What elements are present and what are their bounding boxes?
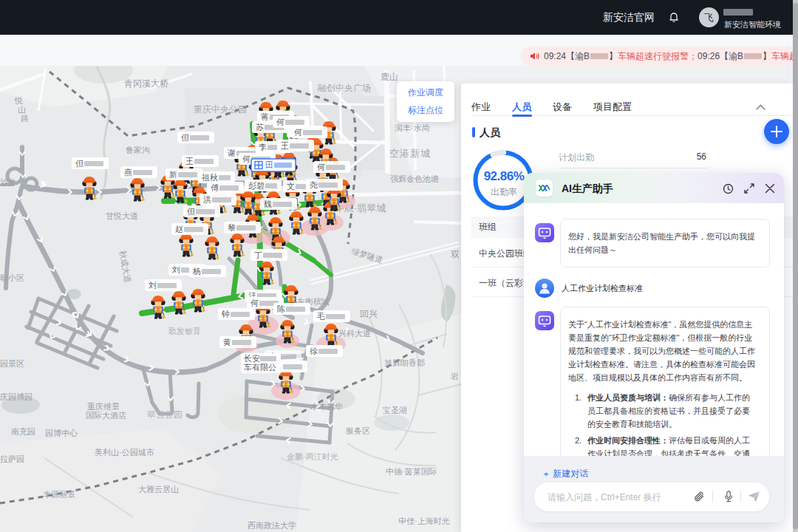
svg-text:丁: 丁	[254, 250, 262, 259]
svg-text:庆园博园: 庆园博园	[0, 392, 33, 401]
svg-text:青冈溪大桥: 青冈溪大桥	[124, 78, 168, 89]
svg-text:重庆中央公园: 重庆中央公园	[194, 104, 247, 115]
svg-text:祖秋: 祖秋	[202, 173, 218, 182]
svg-text:何: 何	[294, 128, 302, 137]
svg-text:甘悦大道: 甘悦大道	[106, 211, 138, 220]
svg-text:丰源丽景: 丰源丽景	[43, 490, 75, 499]
svg-text:傅: 傅	[211, 183, 219, 192]
svg-text:钟: 钟	[221, 310, 230, 318]
svg-text:南充园: 南充园	[11, 427, 35, 436]
svg-text:岩: 岩	[450, 372, 459, 381]
svg-text:回兴: 回兴	[360, 309, 378, 319]
svg-text:新: 新	[169, 170, 177, 179]
svg-text:但: 但	[75, 159, 83, 168]
svg-text:重庆维景: 重庆维景	[87, 402, 120, 411]
svg-text:美利山·公园城市: 美利山·公园城市	[95, 448, 154, 457]
svg-text:田: 田	[265, 160, 273, 169]
svg-text:但: 但	[187, 207, 195, 216]
svg-text:何: 何	[242, 154, 250, 163]
svg-text:大雅云居山: 大雅云居山	[138, 485, 179, 494]
svg-text:彭碧: 彭碧	[248, 181, 265, 190]
svg-text:黎: 黎	[228, 223, 236, 232]
svg-text:歌发敏育: 歌发敏育	[168, 327, 201, 335]
svg-text:沙井: 沙井	[0, 178, 16, 187]
svg-text:宝圣湖: 宝圣湖	[383, 406, 407, 415]
svg-text:蒋: 蒋	[260, 112, 269, 121]
svg-text:金鹏·两江时光: 金鹏·两江时光	[287, 452, 338, 461]
svg-text:尧: 尧	[310, 180, 318, 189]
svg-text:旭辉朗香郡: 旭辉朗香郡	[384, 358, 425, 367]
svg-text:中德·茵莱国际: 中德·茵莱国际	[386, 467, 437, 476]
svg-text:刘: 刘	[148, 281, 157, 290]
svg-text:杨: 杨	[192, 267, 201, 276]
svg-text:王: 王	[281, 141, 289, 150]
svg-text:何: 何	[250, 299, 259, 307]
svg-text:融创中央广场: 融创中央广场	[318, 83, 371, 93]
svg-text:王: 王	[185, 157, 194, 166]
svg-text:车有限公: 车有限公	[244, 363, 276, 372]
svg-text:强辉金色池塘: 强辉金色池塘	[390, 174, 439, 183]
svg-text:魏: 魏	[264, 200, 272, 208]
svg-text:申佳·上海时光: 申佳·上海时光	[398, 516, 450, 525]
svg-text:翠云公园: 翠云公园	[147, 409, 183, 420]
svg-text:拉萨园: 拉萨园	[0, 454, 24, 463]
svg-text:鹿山: 鹿山	[381, 72, 398, 82]
svg-text:但: 但	[181, 133, 189, 142]
svg-text:园景区: 园景区	[0, 359, 24, 368]
svg-text:何: 何	[276, 117, 284, 126]
svg-text:陈: 陈	[277, 304, 285, 313]
svg-text:文: 文	[287, 182, 295, 191]
svg-text:赵: 赵	[175, 225, 183, 233]
svg-text:双: 双	[451, 249, 460, 259]
svg-text:空港新城: 空港新城	[389, 148, 431, 159]
svg-text:刘: 刘	[171, 265, 180, 274]
svg-text:兴科大道: 兴科大道	[338, 329, 371, 338]
svg-text:国际大酒店: 国际大酒店	[86, 411, 126, 420]
svg-text:苏: 苏	[256, 123, 264, 132]
svg-text:谢: 谢	[228, 149, 236, 157]
svg-text:毛: 毛	[316, 312, 325, 321]
svg-text:路: 路	[21, 114, 29, 123]
svg-text:黄: 黄	[223, 338, 231, 347]
svg-text:山: 山	[18, 105, 26, 114]
svg-text:徐: 徐	[310, 347, 318, 355]
svg-text:园博中心: 园博中心	[45, 429, 78, 437]
svg-text:鲁家沟: 鲁家沟	[126, 146, 150, 154]
svg-text:悦: 悦	[14, 96, 23, 105]
svg-text:燕: 燕	[124, 168, 132, 177]
svg-text:西南政法大学: 西南政法大学	[248, 521, 296, 530]
svg-text:何: 何	[317, 163, 325, 171]
svg-text:水木青华: 水木青华	[310, 402, 343, 411]
svg-text:洪: 洪	[203, 195, 211, 204]
svg-text:润丰·水尚: 润丰·水尚	[395, 123, 430, 132]
svg-text:长安: 长安	[243, 354, 260, 363]
svg-text:服务区: 服务区	[346, 426, 370, 435]
svg-text:朝小区: 朝小区	[0, 273, 24, 282]
